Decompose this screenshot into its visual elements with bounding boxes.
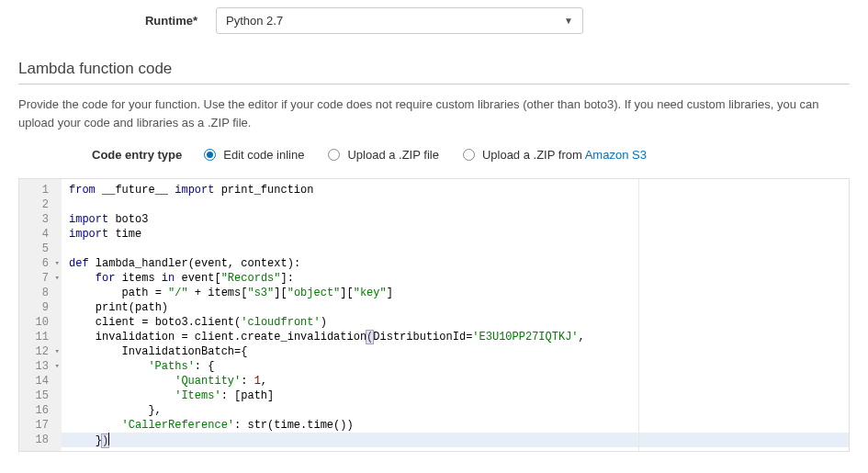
- fold-marker-icon[interactable]: ▾: [55, 271, 60, 286]
- code-line[interactable]: }): [62, 433, 849, 447]
- radio-label: Upload a .ZIP from Amazon S3: [482, 148, 647, 162]
- radio-upload-s3[interactable]: Upload a .ZIP from Amazon S3: [463, 148, 647, 162]
- section-divider: [18, 84, 850, 84]
- section-description: Provide the code for your function. Use …: [18, 96, 850, 131]
- runtime-field: Runtime* Python 2.7 ▼: [124, 7, 850, 34]
- chevron-down-icon: ▼: [564, 16, 573, 26]
- gutter-line: 7▾: [19, 271, 62, 286]
- gutter-line: 4: [19, 227, 62, 242]
- code-line[interactable]: path = "/" + items["s3"]["object"]["key"…: [69, 286, 849, 300]
- runtime-select[interactable]: Python 2.7 ▼: [216, 7, 583, 34]
- code-line[interactable]: print(path): [69, 300, 849, 315]
- editor-code-area[interactable]: from __future__ import print_functionimp…: [62, 179, 849, 451]
- gutter-line: 12▾: [19, 344, 62, 359]
- runtime-selected-value: Python 2.7: [226, 14, 283, 28]
- gutter-line: 1: [19, 183, 62, 197]
- gutter-line: 10: [19, 315, 62, 330]
- code-entry-type-row: Code entry type Edit code inline Upload …: [92, 148, 850, 162]
- gutter-line: 17: [19, 418, 62, 433]
- radio-upload-zip[interactable]: Upload a .ZIP file: [328, 148, 438, 162]
- code-editor[interactable]: 123456▾7▾89101112▾13▾1415161718 from __f…: [18, 178, 850, 452]
- gutter-line: 2: [19, 197, 62, 212]
- text-cursor: [108, 433, 109, 445]
- code-line[interactable]: [69, 242, 849, 256]
- code-line[interactable]: import boto3: [69, 212, 849, 227]
- code-line[interactable]: [69, 197, 849, 212]
- gutter-line: 9: [19, 300, 62, 315]
- gutter-line: 5: [19, 242, 62, 256]
- code-line[interactable]: 'Quantity': 1,: [69, 374, 849, 389]
- code-line[interactable]: import time: [69, 227, 849, 242]
- code-line[interactable]: 'CallerReference': str(time.time()): [69, 418, 849, 433]
- amazon-s3-link[interactable]: Amazon S3: [585, 148, 647, 162]
- code-line[interactable]: from __future__ import print_function: [69, 183, 849, 197]
- gutter-line: 3: [19, 212, 62, 227]
- code-line[interactable]: 'Items': [path]: [69, 389, 849, 403]
- gutter-line: 6▾: [19, 256, 62, 271]
- gutter-line: 11: [19, 330, 62, 344]
- code-line[interactable]: 'Paths': {: [69, 359, 849, 374]
- gutter-line: 18: [19, 433, 62, 447]
- gutter-line: 8: [19, 286, 62, 300]
- runtime-label: Runtime*: [124, 14, 197, 28]
- fold-marker-icon[interactable]: ▾: [55, 359, 60, 374]
- section-header: Lambda function code: [18, 60, 850, 78]
- radio-label: Edit code inline: [223, 148, 304, 162]
- code-line[interactable]: for items in event["Records"]:: [69, 271, 849, 286]
- code-line[interactable]: invalidation = client.create_invalidatio…: [69, 330, 849, 344]
- gutter-line: 16: [19, 403, 62, 418]
- editor-print-margin: [638, 179, 639, 451]
- gutter-line: 14: [19, 374, 62, 389]
- radio-icon: [204, 149, 216, 161]
- gutter-line: 15: [19, 389, 62, 403]
- code-line[interactable]: def lambda_handler(event, context):: [69, 256, 849, 271]
- code-entry-type-label: Code entry type: [92, 148, 182, 162]
- radio-icon: [463, 149, 475, 161]
- fold-marker-icon[interactable]: ▾: [55, 344, 60, 359]
- code-line[interactable]: client = boto3.client('cloudfront'): [69, 315, 849, 330]
- radio-label-prefix: Upload a .ZIP from: [482, 148, 585, 162]
- radio-label: Upload a .ZIP file: [347, 148, 438, 162]
- code-line[interactable]: InvalidationBatch={: [69, 344, 849, 359]
- radio-icon: [328, 149, 340, 161]
- code-line[interactable]: },: [69, 403, 849, 418]
- gutter-line: 13▾: [19, 359, 62, 374]
- fold-marker-icon[interactable]: ▾: [55, 256, 60, 271]
- editor-gutter: 123456▾7▾89101112▾13▾1415161718: [19, 179, 62, 451]
- radio-edit-code-inline[interactable]: Edit code inline: [204, 148, 304, 162]
